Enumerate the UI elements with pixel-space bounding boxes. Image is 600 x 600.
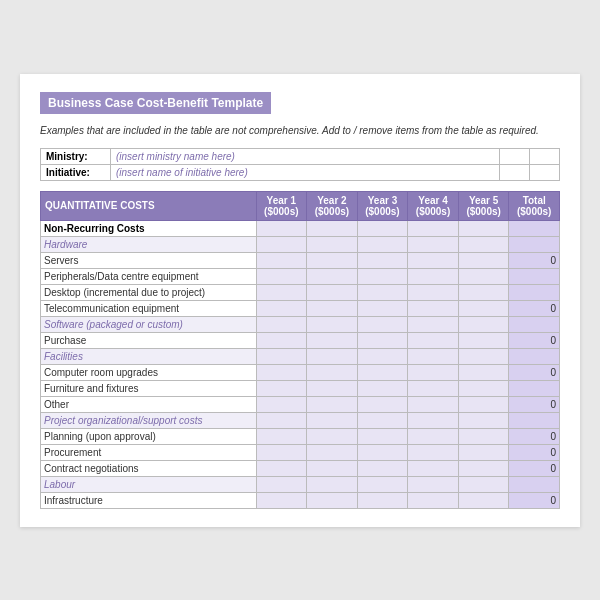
row-value (408, 396, 459, 412)
row-label: Labour (41, 476, 257, 492)
row-label: Contract negotiations (41, 460, 257, 476)
row-value (357, 268, 408, 284)
col-header-y5: Year 5($000s) (458, 191, 509, 220)
row-value (307, 252, 358, 268)
table-row: Infrastructure0 (41, 492, 560, 508)
ministry-label: Ministry: (41, 148, 111, 164)
row-value (357, 460, 408, 476)
main-table: QUANTITATIVE COSTS Year 1($000s) Year 2(… (40, 191, 560, 509)
table-row: Servers0 (41, 252, 560, 268)
row-value (357, 492, 408, 508)
row-value (307, 476, 358, 492)
table-row: Peripherals/Data centre equipment (41, 268, 560, 284)
row-value (307, 316, 358, 332)
row-value (307, 236, 358, 252)
row-value (458, 460, 509, 476)
initiative-value: (insert name of initiative here) (111, 164, 500, 180)
row-value (307, 284, 358, 300)
row-value (307, 396, 358, 412)
row-value (408, 476, 459, 492)
meta-row-ministry: Ministry: (insert ministry name here) (41, 148, 560, 164)
col-header-y4: Year 4($000s) (408, 191, 459, 220)
table-row: Computer room upgrades0 (41, 364, 560, 380)
row-value (256, 428, 307, 444)
row-value (408, 252, 459, 268)
row-value (408, 284, 459, 300)
row-label: Non-Recurring Costs (41, 220, 257, 236)
row-value (256, 460, 307, 476)
row-value (509, 220, 560, 236)
row-value (509, 348, 560, 364)
row-value (357, 412, 408, 428)
row-value (357, 396, 408, 412)
row-value (458, 412, 509, 428)
row-label: Peripherals/Data centre equipment (41, 268, 257, 284)
row-value (458, 492, 509, 508)
col-header-name: QUANTITATIVE COSTS (41, 191, 257, 220)
row-value (307, 428, 358, 444)
page: Business Case Cost-Benefit Template Exam… (20, 74, 580, 527)
row-value (458, 364, 509, 380)
table-row: Desktop (incremental due to project) (41, 284, 560, 300)
row-value (357, 476, 408, 492)
row-value (256, 444, 307, 460)
row-value (307, 444, 358, 460)
row-label: Computer room upgrades (41, 364, 257, 380)
row-value (458, 380, 509, 396)
row-value (256, 316, 307, 332)
row-value (458, 268, 509, 284)
row-value (509, 380, 560, 396)
table-row: Other0 (41, 396, 560, 412)
row-label: Servers (41, 252, 257, 268)
row-value (357, 300, 408, 316)
col-header-y3: Year 3($000s) (357, 191, 408, 220)
table-row: Purchase0 (41, 332, 560, 348)
table-row: Project organizational/support costs (41, 412, 560, 428)
row-value (256, 284, 307, 300)
row-value (357, 252, 408, 268)
meta-row-initiative: Initiative: (insert name of initiative h… (41, 164, 560, 180)
row-value (307, 412, 358, 428)
table-header-row: QUANTITATIVE COSTS Year 1($000s) Year 2(… (41, 191, 560, 220)
col-header-y1: Year 1($000s) (256, 191, 307, 220)
table-row: Non-Recurring Costs (41, 220, 560, 236)
row-value (509, 316, 560, 332)
row-value (357, 284, 408, 300)
row-value (509, 236, 560, 252)
table-row: Planning (upon approval)0 (41, 428, 560, 444)
page-title: Business Case Cost-Benefit Template (40, 92, 271, 114)
row-label: Purchase (41, 332, 257, 348)
row-value: 0 (509, 396, 560, 412)
row-value (307, 460, 358, 476)
row-value (458, 476, 509, 492)
row-value (408, 236, 459, 252)
table-row: Procurement0 (41, 444, 560, 460)
row-value (509, 412, 560, 428)
row-label: Procurement (41, 444, 257, 460)
row-value: 0 (509, 492, 560, 508)
row-value (458, 252, 509, 268)
row-label: Desktop (incremental due to project) (41, 284, 257, 300)
row-label: Furniture and fixtures (41, 380, 257, 396)
row-value (458, 220, 509, 236)
row-label: Planning (upon approval) (41, 428, 257, 444)
row-value: 0 (509, 332, 560, 348)
row-label: Infrastructure (41, 492, 257, 508)
row-value (307, 300, 358, 316)
row-value (408, 380, 459, 396)
row-value (458, 396, 509, 412)
row-value (408, 412, 459, 428)
row-label: Software (packaged or custom) (41, 316, 257, 332)
row-value (307, 364, 358, 380)
row-value (307, 332, 358, 348)
row-value (408, 220, 459, 236)
row-value (357, 444, 408, 460)
row-value (458, 428, 509, 444)
row-value: 0 (509, 364, 560, 380)
row-value (357, 364, 408, 380)
row-value (256, 396, 307, 412)
row-value (256, 476, 307, 492)
row-value (408, 332, 459, 348)
row-value (357, 236, 408, 252)
table-row: Hardware (41, 236, 560, 252)
